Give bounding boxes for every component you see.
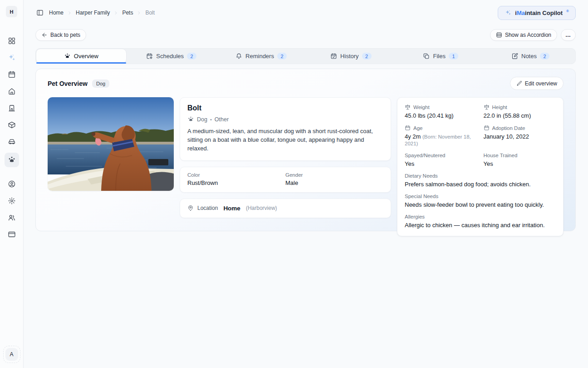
main-content: Home Harper Family Pets Bolt iMaintain C… (24, 0, 588, 368)
paw-icon (64, 53, 71, 60)
app-window: H (0, 0, 588, 368)
stat-dietary-needs: Dietary Needs Prefers salmon-based dog f… (405, 173, 556, 188)
pet-species: Dog (197, 116, 207, 123)
tab-schedules[interactable]: Schedules 2 (127, 49, 216, 64)
breadcrumb-home[interactable]: Home (49, 10, 64, 16)
copilot-label: iMaintain Copilot (515, 10, 563, 16)
back-to-pets-button[interactable]: Back to pets (35, 29, 86, 41)
calendar-icon[interactable] (5, 69, 19, 80)
topbar: Home Harper Family Pets Bolt iMaintain C… (35, 6, 576, 20)
dashboard-grid-icon[interactable] (5, 35, 19, 47)
color-gender-card: Color Rust/Brown Gender Male (180, 167, 391, 193)
door-icon[interactable] (5, 102, 19, 114)
pet-type-badge: Dog (92, 80, 109, 88)
workspace-avatar[interactable]: H (6, 6, 17, 17)
rows-icon (496, 32, 502, 38)
toolbar: Back to pets Show as Accordion … (35, 29, 576, 41)
stat-age: Age 4y 2m (Born: November 18, 2021) (405, 125, 477, 147)
section-title: Pet Overview (48, 80, 88, 87)
stat-adoption-date: Adoption Date January 10, 2022 (484, 125, 556, 147)
more-options-button[interactable]: … (561, 29, 576, 41)
tab-count-badge: 2 (277, 53, 287, 60)
chevron-right-icon (67, 10, 72, 15)
bell-icon (235, 53, 242, 60)
location-sub: (Harborview) (246, 205, 277, 211)
tab-count-badge: 2 (540, 53, 549, 60)
edit-overview-button[interactable]: Edit overview (510, 77, 564, 90)
ellipsis-icon: … (565, 32, 571, 38)
calendar-icon (484, 125, 490, 131)
tab-overview[interactable]: Overview (36, 49, 127, 64)
settings-icon[interactable] (5, 195, 19, 207)
tab-history[interactable]: History 2 (306, 49, 396, 64)
home-icon[interactable] (5, 85, 19, 97)
registered-mark: ® (566, 9, 569, 13)
breadcrumb-current: Bolt (145, 10, 155, 16)
pet-name: Bolt (187, 104, 383, 112)
chevron-right-icon (113, 10, 118, 15)
breadcrumb-family[interactable]: Harper Family (76, 10, 110, 16)
toolbar-right: Show as Accordion … (490, 29, 576, 41)
pets-icon[interactable] (5, 153, 19, 167)
stat-height: Height 22.0 in (55.88 cm) (484, 104, 556, 119)
breadcrumb-pets[interactable]: Pets (122, 10, 133, 16)
stat-weight: Weight 45.0 lbs (20.41 kg) (405, 104, 477, 119)
pet-description: A medium-sized, lean, and muscular dog w… (187, 127, 383, 153)
profile-avatar-wrapper: A (3, 346, 20, 363)
section-header: Pet Overview Dog Edit overview (48, 77, 564, 90)
tab-notes[interactable]: Notes 2 (485, 49, 575, 64)
notebook-pen-icon (511, 53, 518, 60)
gender-value: Male (285, 179, 383, 186)
tab-count-badge: 2 (362, 53, 372, 60)
car-icon[interactable] (5, 136, 19, 148)
tab-count-badge: 1 (449, 53, 458, 60)
stat-house-trained: House Trained Yes (484, 153, 556, 167)
profile-avatar[interactable]: A (5, 348, 18, 361)
package-icon[interactable] (5, 119, 19, 131)
calendar-check-icon (330, 53, 337, 60)
gender-label: Gender (285, 172, 383, 178)
members-icon[interactable] (5, 212, 19, 224)
sidebar: H (0, 0, 24, 368)
color-value: Rust/Brown (187, 179, 285, 186)
copilot-button[interactable]: iMaintain Copilot ® (498, 6, 576, 20)
sidebar-nav-secondary (5, 178, 19, 240)
calendar-icon (405, 125, 411, 131)
chevron-right-icon (137, 10, 142, 15)
pencil-icon (516, 80, 522, 86)
location-label: Location (197, 205, 218, 211)
arrow-left-icon (41, 32, 48, 38)
location-value: Home (223, 205, 240, 212)
pet-photo (48, 97, 174, 191)
scale-icon (484, 104, 490, 110)
tab-count-badge: 2 (187, 53, 196, 60)
stat-allergies: Allergies Allergic to chicken — causes i… (405, 214, 556, 229)
scale-icon (405, 104, 411, 110)
pet-overview-section: Pet Overview Dog Edit overview (35, 69, 576, 231)
stat-special-needs: Special Needs Needs slow-feeder bowl to … (405, 194, 556, 208)
paw-icon (187, 116, 194, 123)
files-icon (423, 53, 430, 60)
account-icon[interactable] (5, 178, 19, 190)
pet-detail-column: Bolt Dog • Other A medium-sized, lean, a… (180, 97, 391, 218)
tab-reminders[interactable]: Reminders 2 (216, 49, 306, 64)
show-as-accordion-button[interactable]: Show as Accordion (490, 29, 557, 41)
copilot-sparkles-icon[interactable] (5, 52, 19, 64)
overview-body: Bolt Dog • Other A medium-sized, lean, a… (48, 97, 564, 236)
billing-icon[interactable] (5, 229, 19, 240)
pet-stats-card: Weight 45.0 lbs (20.41 kg) Height 22.0 i… (397, 97, 564, 236)
pet-breed: Other (215, 116, 229, 123)
location-card: Location Home (Harborview) (180, 199, 391, 218)
sidebar-nav-primary (5, 35, 19, 167)
tab-files[interactable]: Files 1 (396, 49, 485, 64)
color-label: Color (187, 172, 285, 178)
breadcrumb: Home Harper Family Pets Bolt (36, 9, 155, 16)
pet-meta: Dog • Other (187, 116, 383, 123)
calendar-cog-icon (146, 53, 153, 60)
tab-bar: Overview Schedules 2 Reminders 2 History… (35, 48, 576, 64)
map-pin-icon (187, 205, 194, 211)
pet-identity-card: Bolt Dog • Other A medium-sized, lean, a… (180, 97, 391, 161)
stat-spayed: Spayed/Neutered Yes (405, 153, 477, 167)
panel-toggle-icon[interactable] (36, 9, 44, 16)
